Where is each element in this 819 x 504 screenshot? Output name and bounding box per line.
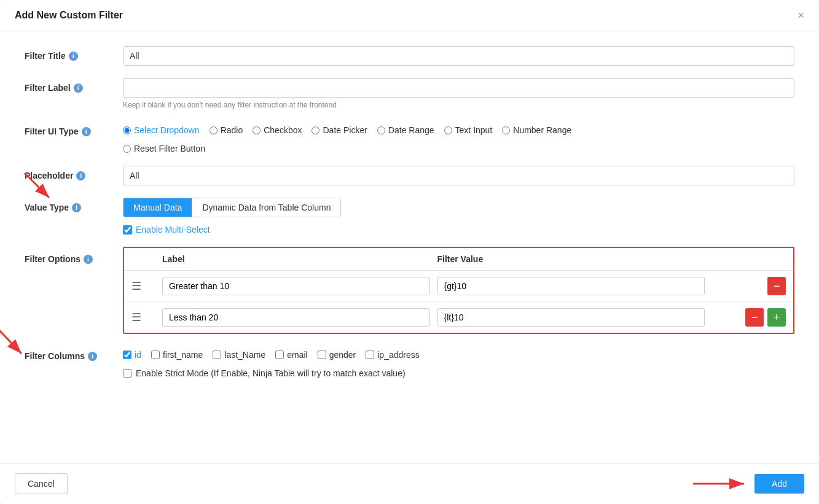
modal-footer: Cancel Add — [0, 463, 819, 504]
filter-options-header: Label Filter Value — [124, 248, 793, 271]
filter-label-row: Filter Label i Keep it blank if you don'… — [25, 78, 794, 109]
filter-ui-type-info-icon[interactable]: i — [82, 127, 91, 136]
col-value-header: Filter Value — [437, 254, 713, 264]
filter-label-input-wrap: Keep it blank if you don't need any filt… — [123, 78, 794, 109]
filter-columns-wrap-outer: id first_name last_Name email — [123, 346, 794, 378]
filter-options-label: Filter Options i — [25, 247, 123, 264]
radio-number-range-label: Number Range — [513, 125, 571, 135]
filter-title-info-icon[interactable]: i — [69, 52, 78, 61]
filter-columns-checkboxes: id first_name last_Name email — [123, 346, 794, 360]
placeholder-info-icon[interactable]: i — [76, 171, 85, 180]
filter-row-1-value-input[interactable] — [437, 277, 705, 295]
filter-row-2-label-input[interactable] — [162, 308, 430, 327]
modal-dialog: Add New Custom Filter × Filter Title i F… — [0, 0, 819, 504]
filter-row-2-actions: − + — [712, 308, 786, 327]
radio-radio[interactable]: Radio — [210, 125, 243, 135]
close-icon[interactable]: × — [797, 10, 804, 21]
strict-mode-wrap: Enable Strict Mode (If Enable, Ninja Tab… — [123, 368, 794, 378]
add-button[interactable]: Add — [754, 474, 804, 494]
radio-checkbox[interactable]: Checkbox — [253, 125, 302, 135]
filter-title-label: Filter Title i — [25, 46, 123, 61]
placeholder-input[interactable] — [123, 166, 794, 185]
col-id-label: id — [135, 350, 141, 360]
svg-line-3 — [0, 328, 22, 354]
filter-label-hint: Keep it blank if you don't need any filt… — [123, 101, 794, 109]
col-gender[interactable]: gender — [318, 350, 356, 360]
value-type-label: Value Type i — [25, 198, 123, 212]
col-email[interactable]: email — [275, 350, 307, 360]
filter-row-1-remove-button[interactable]: − — [767, 277, 786, 295]
radio-checkbox-label: Checkbox — [264, 125, 302, 135]
cancel-button[interactable]: Cancel — [15, 473, 68, 494]
filter-columns-info-icon[interactable]: i — [88, 352, 97, 361]
col-last-name[interactable]: last_Name — [213, 350, 265, 360]
radio-date-picker[interactable]: Date Picker — [312, 125, 367, 135]
col-first-name-label: first_name — [163, 350, 203, 360]
radio-text-input[interactable]: Text Input — [444, 125, 493, 135]
radio-radio-label: Radio — [221, 125, 243, 135]
filter-ui-type-radio-group: Select Dropdown Radio Checkbox Date Pick… — [123, 122, 794, 135]
radio-select-dropdown-label: Select Dropdown — [134, 125, 200, 135]
modal-title: Add New Custom Filter — [15, 10, 123, 21]
filter-ui-type-label: Filter UI Type i — [25, 122, 123, 136]
filter-options-table: Label Filter Value ☰ — [123, 247, 794, 334]
filter-title-row: Filter Title i — [25, 46, 794, 66]
strict-mode-label: Enable Strict Mode (If Enable, Ninja Tab… — [136, 368, 406, 378]
filter-options-info-icon[interactable]: i — [84, 255, 93, 264]
placeholder-row: Placeholder i — [25, 166, 794, 185]
filter-label-input[interactable] — [123, 78, 794, 98]
arrow-to-add-button — [690, 471, 751, 496]
filter-columns-row: Filter Columns i id first_name last_Nam — [25, 346, 794, 378]
value-type-info-icon[interactable]: i — [72, 203, 81, 212]
drag-handle-2[interactable]: ☰ — [131, 311, 162, 324]
filter-columns-label: Filter Columns i — [25, 346, 123, 361]
value-type-wrap: Manual Data Dynamic Data from Table Colu… — [123, 198, 794, 235]
radio-date-range-label: Date Range — [388, 125, 434, 135]
filter-row-1-label-input[interactable] — [162, 277, 430, 295]
enable-multiselect-wrap[interactable]: Enable Multi-Select — [123, 225, 794, 235]
value-type-button-group: Manual Data Dynamic Data from Table Colu… — [123, 198, 341, 217]
filter-row-2-add-button[interactable]: + — [767, 308, 786, 327]
dynamic-data-button[interactable]: Dynamic Data from Table Column — [192, 198, 340, 217]
col-id[interactable]: id — [123, 350, 141, 360]
modal-header: Add New Custom Filter × — [0, 0, 819, 31]
filter-options-row: Filter Options i Label Filter Value ☰ — [25, 247, 794, 334]
filter-ui-type-row2: Reset Filter Button — [123, 140, 794, 153]
modal-body: Filter Title i Filter Label i Keep it bl… — [0, 31, 819, 463]
manual-data-button[interactable]: Manual Data — [123, 198, 192, 217]
filter-title-input[interactable] — [123, 46, 794, 66]
radio-date-picker-label: Date Picker — [323, 125, 367, 135]
strict-mode-checkbox[interactable] — [123, 369, 131, 378]
filter-ui-type-row: Filter UI Type i Select Dropdown Radio — [25, 122, 794, 153]
radio-date-range[interactable]: Date Range — [377, 125, 434, 135]
enable-multiselect-label: Enable Multi-Select — [136, 225, 210, 235]
filter-row-2-value-input[interactable] — [437, 308, 705, 327]
filter-label-info-icon[interactable]: i — [74, 83, 83, 93]
radio-reset-filter[interactable]: Reset Filter Button — [123, 144, 205, 153]
col-last-name-label: last_Name — [224, 350, 265, 360]
col-ip-address[interactable]: ip_address — [366, 350, 420, 360]
col-gender-label: gender — [329, 350, 356, 360]
placeholder-label: Placeholder i — [25, 166, 123, 180]
radio-text-input-label: Text Input — [455, 125, 493, 135]
radio-number-range[interactable]: Number Range — [502, 125, 571, 135]
filter-ui-type-wrap: Select Dropdown Radio Checkbox Date Pick… — [123, 122, 794, 153]
filter-row-1-actions: − — [712, 277, 786, 295]
col-label-header: Label — [162, 254, 437, 264]
radio-reset-filter-label: Reset Filter Button — [134, 144, 205, 153]
radio-select-dropdown[interactable]: Select Dropdown — [123, 125, 200, 135]
value-type-row: Value Type i Manual Data Dynamic Data fr… — [25, 198, 794, 235]
placeholder-input-wrap — [123, 166, 794, 185]
filter-row-2: ☰ − + — [124, 302, 793, 333]
filter-label-label: Filter Label i — [25, 78, 123, 93]
col-email-label: email — [287, 350, 307, 360]
filter-options-table-wrap: Label Filter Value ☰ — [123, 247, 794, 334]
filter-row-1: ☰ − — [124, 271, 793, 302]
col-ip-address-label: ip_address — [377, 350, 420, 360]
filter-title-input-wrap — [123, 46, 794, 66]
col-first-name[interactable]: first_name — [151, 350, 203, 360]
drag-handle-1[interactable]: ☰ — [131, 279, 162, 293]
filter-row-2-remove-button[interactable]: − — [745, 308, 764, 327]
